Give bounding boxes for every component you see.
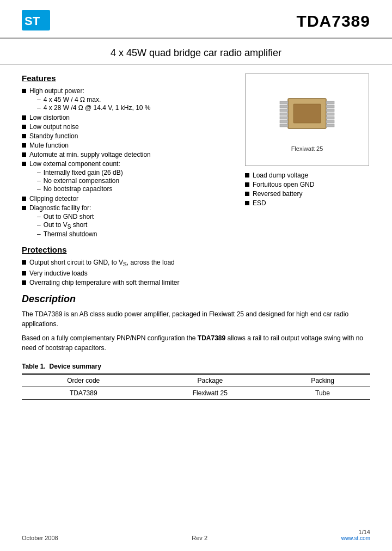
bullet-icon [245,192,249,196]
list-item: Standby function [22,132,236,140]
item-text: Clipping detector [29,195,78,203]
item-text: Low external component count: [29,160,120,168]
svg-rect-14 [326,117,334,119]
description-paragraph-1: The TDA7389 is an AB class audio power a… [22,309,370,329]
sub-item: Thermal shutdown [37,230,97,238]
table-title: Table 1. Device summary [22,363,370,370]
svg-rect-17 [293,104,321,123]
sub-item: Out to VS short [37,221,97,230]
list-item: Diagnostic facility for: Out to GND shor… [22,204,236,238]
svg-rect-13 [326,113,334,115]
chip-label: Flexiwatt 25 [291,145,323,152]
header: ST TDA7389 [0,0,392,39]
bullet-icon [22,280,26,285]
sub-item: 4 x 28 W /4 Ω @ 14.4 V, 1 kHz, 10 % [37,104,151,112]
svg-rect-15 [326,120,334,123]
bullet-icon [22,197,26,201]
bullet-icon [22,206,26,210]
page: ST TDA7389 4 x 45W quad bridge car radio… [0,0,392,551]
item-text: ESD [253,199,266,207]
subtitle: 4 x 45W quad bridge car radio amplifier [0,39,392,65]
bullet-icon [245,201,249,205]
item-text: Automute at min. supply voltage detectio… [29,151,151,158]
svg-rect-11 [326,105,334,108]
item-text: Overrating chip temperature with soft th… [29,279,179,286]
svg-rect-9 [280,124,288,127]
protections-section: Protections Output short circuit to GND,… [22,245,236,286]
item-text: Reversed battery [253,190,302,198]
list-item: ESD [245,199,370,207]
list-item: Reversed battery [245,190,370,198]
footer-page: 1/14 [341,529,370,535]
protections-list: Output short circuit to GND, to VS, acro… [22,259,236,286]
bullet-icon [22,143,26,148]
description-title: Description [22,293,370,305]
svg-rect-5 [280,109,288,112]
list-item: Clipping detector [22,195,236,203]
footer: October 2008 Rev 2 1/14 www.st.com [22,529,370,541]
sub-item: No external compensation [37,177,123,185]
sub-item: No bootstrap capacitors [37,185,123,193]
svg-rect-16 [326,124,334,127]
sub-list: 4 x 45 W / 4 Ω max. 4 x 28 W /4 Ω @ 14.4… [29,96,151,112]
table-header-row: Order code Package Packing [22,374,370,387]
svg-rect-3 [280,101,288,104]
item-text: Output short circuit to GND, to VS, acro… [29,259,175,267]
list-item: Load dump voltage [245,172,370,179]
list-item: Low output noise [22,123,236,131]
col-header-order: Order code [22,374,145,387]
list-item: Output short circuit to GND, to VS, acro… [22,259,236,267]
item-text: Diagnostic facility for: [29,204,91,212]
sub-item: 4 x 45 W / 4 Ω max. [37,96,151,103]
item-text: Low distortion [29,114,70,121]
sub-list: Internally fixed gain (26 dB) No externa… [29,169,123,193]
description-paragraph-2: Based on a fully complementary PNP/NPN c… [22,333,370,353]
svg-rect-8 [280,120,288,123]
sub-item: Internally fixed gain (26 dB) [37,169,123,176]
sub-list: Out to GND short Out to VS short Thermal… [29,213,97,238]
features-title: Features [22,74,236,83]
logo: ST [22,10,50,32]
right-features-list: Load dump voltage Fortuitous open GND Re… [245,172,370,207]
list-item: Fortuitous open GND [245,181,370,188]
cell-package: Flexiwatt 25 [145,387,275,399]
item-text: High output power: [29,87,84,95]
svg-rect-10 [326,101,334,104]
chip-diagram [274,88,340,142]
table-label: Device summary [49,363,101,370]
right-column: Flexiwatt 25 Load dump voltage Fortuitou… [245,74,370,288]
list-item: Mute function [22,142,236,149]
table-number: Table 1. [22,363,46,370]
main-content: Features High output power: 4 x 45 W / 4… [0,65,392,288]
bullet-icon [22,271,26,276]
sub-item: Out to GND short [37,213,97,221]
footer-url: www.st.com [341,535,370,541]
device-table: Order code Package Packing TDA7389 Flexi… [22,374,370,400]
item-text: Mute function [29,142,69,149]
cell-packing: Tube [275,387,370,399]
description-section: Description The TDA7389 is an AB class a… [0,288,392,353]
bullet-icon [22,89,26,93]
svg-rect-7 [280,117,288,119]
list-item: High output power: 4 x 45 W / 4 Ω max. 4… [22,87,236,112]
bullet-icon [22,115,26,120]
svg-text:ST: ST [24,14,40,28]
bullet-icon [22,134,26,138]
item-text: Load dump voltage [253,172,308,179]
left-column: Features High output power: 4 x 45 W / 4… [22,74,236,288]
table-row: TDA7389 Flexiwatt 25 Tube [22,387,370,399]
part-number: TDA7389 [297,12,370,30]
bullet-icon [22,152,26,157]
item-text: Fortuitous open GND [253,181,314,188]
footer-right: 1/14 www.st.com [341,529,370,541]
item-text: Standby function [29,132,78,140]
list-item: Low distortion [22,114,236,121]
bullet-icon [22,125,26,129]
col-header-packing: Packing [275,374,370,387]
bullet-icon [245,182,249,187]
protections-title: Protections [22,245,236,254]
svg-rect-6 [280,113,288,115]
item-text: Low output noise [29,123,79,131]
footer-date: October 2008 [22,535,58,541]
bullet-icon [22,260,26,265]
